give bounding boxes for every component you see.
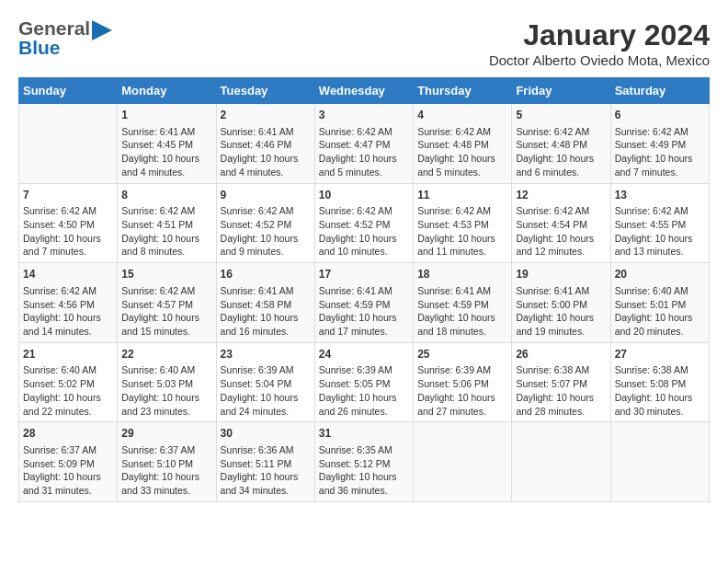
day-info: Sunrise: 6:37 AMSunset: 5:10 PMDaylight:… [121, 443, 211, 498]
day-info: Sunrise: 6:42 AMSunset: 4:48 PMDaylight:… [516, 125, 606, 179]
day-number: 13 [615, 188, 705, 203]
calendar-cell [512, 422, 610, 502]
day-info: Sunrise: 6:42 AMSunset: 4:55 PMDaylight:… [615, 204, 705, 259]
day-info: Sunrise: 6:41 AMSunset: 4:45 PMDaylight:… [121, 125, 211, 179]
day-info: Sunrise: 6:41 AMSunset: 5:00 PMDaylight:… [516, 284, 606, 339]
calendar-cell: 6Sunrise: 6:42 AMSunset: 4:49 PMDaylight… [610, 104, 709, 184]
calendar-cell: 14Sunrise: 6:42 AMSunset: 4:56 PMDayligh… [19, 263, 118, 343]
calendar-cell: 22Sunrise: 6:40 AMSunset: 5:03 PMDayligh… [118, 342, 216, 422]
header-friday: Friday [512, 78, 610, 104]
title-block: January 2024 Doctor Alberto Oviedo Mota,… [489, 18, 710, 68]
day-info: Sunrise: 6:38 AMSunset: 5:07 PMDaylight:… [516, 363, 606, 418]
calendar-cell: 10Sunrise: 6:42 AMSunset: 4:52 PMDayligh… [314, 183, 413, 263]
day-info: Sunrise: 6:41 AMSunset: 4:59 PMDaylight:… [319, 284, 409, 339]
calendar-cell: 25Sunrise: 6:39 AMSunset: 5:06 PMDayligh… [414, 342, 512, 422]
svg-marker-0 [92, 20, 112, 40]
calendar-cell: 16Sunrise: 6:41 AMSunset: 4:58 PMDayligh… [216, 263, 314, 343]
day-info: Sunrise: 6:36 AMSunset: 5:11 PMDaylight:… [221, 443, 311, 498]
day-info: Sunrise: 6:41 AMSunset: 4:46 PMDaylight:… [221, 125, 311, 179]
calendar-cell: 17Sunrise: 6:41 AMSunset: 4:59 PMDayligh… [314, 263, 413, 343]
calendar-cell: 15Sunrise: 6:42 AMSunset: 4:57 PMDayligh… [118, 263, 216, 343]
week-row-4: 28Sunrise: 6:37 AMSunset: 5:09 PMDayligh… [19, 422, 710, 502]
logo-general: General [18, 18, 90, 38]
calendar-title: January 2024 [489, 18, 710, 52]
calendar-cell: 19Sunrise: 6:41 AMSunset: 5:00 PMDayligh… [512, 263, 610, 343]
calendar-cell: 7Sunrise: 6:42 AMSunset: 4:50 PMDaylight… [19, 183, 118, 263]
header-sunday: Sunday [19, 78, 118, 104]
day-number: 9 [221, 188, 311, 203]
day-info: Sunrise: 6:42 AMSunset: 4:48 PMDaylight:… [417, 125, 507, 179]
calendar-cell: 20Sunrise: 6:40 AMSunset: 5:01 PMDayligh… [610, 263, 709, 343]
calendar-cell: 5Sunrise: 6:42 AMSunset: 4:48 PMDaylight… [512, 104, 610, 184]
week-row-1: 7Sunrise: 6:42 AMSunset: 4:50 PMDaylight… [19, 183, 710, 263]
calendar-cell: 18Sunrise: 6:41 AMSunset: 4:59 PMDayligh… [414, 263, 512, 343]
day-number: 3 [319, 108, 409, 123]
week-row-0: 1Sunrise: 6:41 AMSunset: 4:45 PMDaylight… [19, 104, 710, 184]
day-info: Sunrise: 6:38 AMSunset: 5:08 PMDaylight:… [615, 363, 705, 418]
day-number: 12 [516, 188, 606, 203]
day-info: Sunrise: 6:42 AMSunset: 4:52 PMDaylight:… [319, 204, 409, 259]
day-info: Sunrise: 6:42 AMSunset: 4:52 PMDaylight:… [221, 204, 311, 259]
day-info: Sunrise: 6:40 AMSunset: 5:02 PMDaylight:… [23, 363, 113, 418]
calendar-header-row: SundayMondayTuesdayWednesdayThursdayFrid… [19, 78, 710, 104]
day-info: Sunrise: 6:40 AMSunset: 5:01 PMDaylight:… [615, 284, 705, 339]
day-info: Sunrise: 6:37 AMSunset: 5:09 PMDaylight:… [23, 443, 113, 498]
day-number: 14 [23, 267, 113, 282]
calendar-cell: 11Sunrise: 6:42 AMSunset: 4:53 PMDayligh… [414, 183, 512, 263]
day-number: 27 [615, 347, 705, 362]
day-number: 11 [417, 188, 507, 203]
calendar-cell: 23Sunrise: 6:39 AMSunset: 5:04 PMDayligh… [216, 342, 314, 422]
day-number: 25 [417, 347, 507, 362]
calendar-cell: 4Sunrise: 6:42 AMSunset: 4:48 PMDaylight… [414, 104, 512, 184]
calendar-cell: 21Sunrise: 6:40 AMSunset: 5:02 PMDayligh… [19, 342, 118, 422]
calendar-cell: 29Sunrise: 6:37 AMSunset: 5:10 PMDayligh… [118, 422, 216, 502]
calendar-cell: 3Sunrise: 6:42 AMSunset: 4:47 PMDaylight… [314, 104, 413, 184]
day-number: 20 [615, 267, 705, 282]
calendar-cell: 24Sunrise: 6:39 AMSunset: 5:05 PMDayligh… [314, 342, 413, 422]
day-info: Sunrise: 6:39 AMSunset: 5:05 PMDaylight:… [319, 363, 409, 418]
header-wednesday: Wednesday [314, 78, 413, 104]
day-number: 4 [417, 108, 507, 123]
day-number: 28 [23, 426, 113, 442]
calendar-cell: 27Sunrise: 6:38 AMSunset: 5:08 PMDayligh… [610, 342, 709, 422]
day-number: 2 [221, 108, 311, 123]
day-number: 10 [319, 188, 409, 203]
calendar-cell: 2Sunrise: 6:41 AMSunset: 4:46 PMDaylight… [216, 104, 314, 184]
calendar-table: SundayMondayTuesdayWednesdayThursdayFrid… [18, 77, 710, 502]
header-tuesday: Tuesday [216, 78, 314, 104]
day-number: 21 [23, 347, 113, 362]
header-monday: Monday [118, 78, 216, 104]
calendar-cell: 12Sunrise: 6:42 AMSunset: 4:54 PMDayligh… [512, 183, 610, 263]
day-number: 15 [121, 267, 211, 282]
calendar-cell: 30Sunrise: 6:36 AMSunset: 5:11 PMDayligh… [216, 422, 314, 502]
calendar-subtitle: Doctor Alberto Oviedo Mota, Mexico [489, 52, 710, 68]
logo-arrow-icon [92, 20, 112, 44]
day-info: Sunrise: 6:42 AMSunset: 4:54 PMDaylight:… [516, 204, 606, 259]
logo-text: General Blue [18, 18, 90, 57]
day-number: 6 [615, 108, 705, 123]
day-info: Sunrise: 6:39 AMSunset: 5:04 PMDaylight:… [221, 363, 311, 418]
day-number: 24 [319, 347, 409, 362]
day-info: Sunrise: 6:35 AMSunset: 5:12 PMDaylight:… [319, 443, 409, 498]
day-number: 1 [121, 108, 211, 123]
day-number: 17 [319, 267, 409, 282]
day-info: Sunrise: 6:41 AMSunset: 4:59 PMDaylight:… [417, 284, 507, 339]
day-number: 16 [221, 267, 311, 282]
day-number: 31 [319, 426, 409, 442]
day-number: 30 [221, 426, 311, 442]
day-info: Sunrise: 6:42 AMSunset: 4:57 PMDaylight:… [121, 284, 211, 339]
day-number: 22 [121, 347, 211, 362]
day-number: 8 [121, 188, 211, 203]
day-info: Sunrise: 6:42 AMSunset: 4:53 PMDaylight:… [417, 204, 507, 259]
calendar-cell: 8Sunrise: 6:42 AMSunset: 4:51 PMDaylight… [118, 183, 216, 263]
calendar-cell: 13Sunrise: 6:42 AMSunset: 4:55 PMDayligh… [610, 183, 709, 263]
day-number: 5 [516, 108, 606, 123]
logo-blue: Blue [18, 38, 90, 57]
day-info: Sunrise: 6:42 AMSunset: 4:49 PMDaylight:… [615, 125, 705, 179]
logo: General Blue [18, 18, 112, 57]
day-info: Sunrise: 6:39 AMSunset: 5:06 PMDaylight:… [417, 363, 507, 418]
header-thursday: Thursday [414, 78, 512, 104]
day-info: Sunrise: 6:42 AMSunset: 4:50 PMDaylight:… [23, 204, 113, 259]
page-header: General Blue January 2024 Doctor Alberto… [18, 18, 710, 68]
day-info: Sunrise: 6:42 AMSunset: 4:51 PMDaylight:… [121, 204, 211, 259]
